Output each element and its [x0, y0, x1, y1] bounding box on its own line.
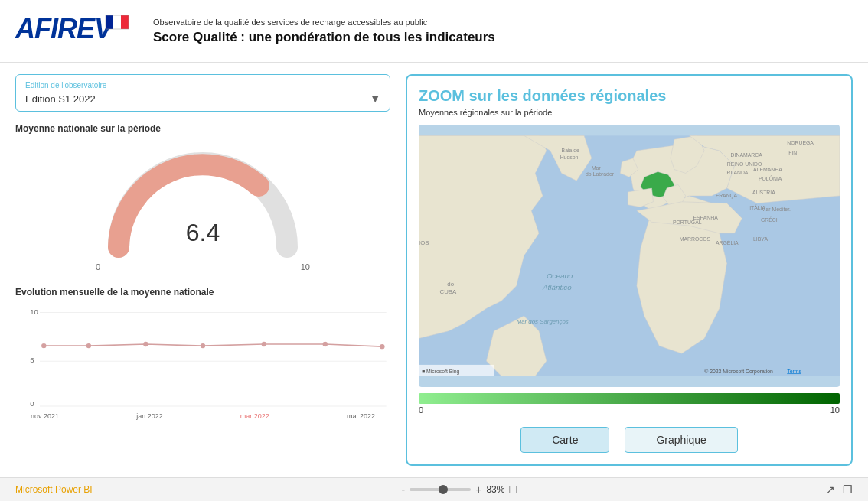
- svg-text:REINO UNIDO: REINO UNIDO: [727, 161, 762, 167]
- svg-text:do: do: [447, 281, 454, 288]
- zoom-slider-thumb: [439, 485, 448, 494]
- gauge-container: 6.4: [96, 140, 310, 262]
- svg-text:DINAMARCA: DINAMARCA: [731, 152, 763, 158]
- left-panel: Edition de l'observatoire Edition S1 202…: [15, 74, 390, 466]
- svg-text:do Labrador: do Labrador: [586, 171, 615, 177]
- x-label-4: mai 2022: [347, 412, 375, 420]
- svg-text:■ Microsoft Bing: ■ Microsoft Bing: [422, 369, 460, 375]
- svg-rect-3: [121, 15, 129, 29]
- header-subtitle: Observatoire de la qualité des services …: [153, 18, 495, 27]
- footer: Microsoft Power BI - + 83% □ ↗ ❐: [0, 477, 868, 501]
- gauge-min: 0: [96, 262, 100, 272]
- x-label-3: mar 2022: [240, 412, 269, 420]
- share-icon[interactable]: ↗: [826, 483, 835, 496]
- expand-icon[interactable]: ❐: [843, 483, 853, 496]
- scale-bar: [419, 393, 840, 404]
- svg-text:Terms: Terms: [787, 369, 801, 374]
- scale-max: 10: [830, 405, 840, 415]
- svg-rect-2: [113, 15, 121, 29]
- svg-text:10: 10: [30, 307, 38, 316]
- logo-text: AFIREV: [15, 28, 134, 52]
- zoom-minus-button[interactable]: -: [402, 483, 406, 496]
- graphique-button[interactable]: Graphique: [625, 427, 737, 453]
- gauge-value: 6.4: [186, 219, 220, 247]
- header-title: Score Qualité : une pondération de tous …: [153, 30, 495, 45]
- svg-text:NORUEGA: NORUEGA: [787, 140, 814, 145]
- button-row: Carte Graphique: [419, 427, 840, 453]
- body-area: Edition de l'observatoire Edition S1 202…: [0, 63, 868, 477]
- svg-point-15: [262, 342, 266, 346]
- edition-section[interactable]: Edition de l'observatoire Edition S1 202…: [15, 74, 390, 112]
- svg-text:IOS: IOS: [419, 239, 429, 246]
- svg-text:Mar: Mar: [592, 165, 602, 171]
- zoom-level: 83%: [486, 484, 504, 495]
- svg-text:IRLANDA: IRLANDA: [726, 170, 749, 175]
- gauge-title: Moyenne nationale sur la période: [15, 123, 390, 134]
- svg-text:MARROCOS: MARROCOS: [680, 236, 711, 242]
- svg-text:PORTUGAL: PORTUGAL: [673, 220, 702, 225]
- svg-text:Atlântico: Atlântico: [542, 283, 572, 291]
- svg-point-17: [380, 344, 384, 349]
- svg-text:Mar Mediter.: Mar Mediter.: [762, 207, 791, 212]
- svg-text:POLÔNIA: POLÔNIA: [759, 175, 782, 181]
- edition-dropdown[interactable]: Edition S1 2022 ▼: [25, 93, 380, 105]
- chart-area: 10 5 0: [15, 304, 390, 411]
- zoom-plus-button[interactable]: +: [475, 483, 481, 496]
- evolution-title: Evolution mensuelle de la moyenne nation…: [15, 287, 390, 298]
- header: AFIREV Observatoire de la qualité des se…: [0, 0, 868, 63]
- zoom-slider[interactable]: [410, 488, 471, 491]
- footer-icons: ↗ ❐: [826, 483, 853, 496]
- svg-text:AUSTRIA: AUSTRIA: [752, 190, 775, 195]
- svg-point-14: [201, 343, 205, 348]
- svg-text:Mar dos Sargenços: Mar dos Sargenços: [517, 318, 569, 325]
- scale-labels: 0 10: [419, 405, 840, 415]
- logo: AFIREV: [15, 9, 138, 53]
- svg-point-11: [41, 343, 46, 348]
- x-label-1: nov 2021: [31, 412, 59, 420]
- power-bi-link[interactable]: Microsoft Power BI: [15, 484, 93, 495]
- svg-point-12: [86, 343, 91, 348]
- svg-text:ARGÉLIA: ARGÉLIA: [716, 239, 739, 246]
- zoom-subtitle: Moyennes régionales sur la période: [419, 108, 840, 117]
- svg-text:5: 5: [30, 356, 34, 364]
- svg-text:© 2023 Microsoft Corporation: © 2023 Microsoft Corporation: [704, 369, 773, 375]
- svg-text:Hudson: Hudson: [560, 155, 579, 160]
- svg-text:FIN: FIN: [788, 150, 797, 155]
- x-label-2: jan 2022: [136, 412, 163, 420]
- map-container: Oceano Atlântico Mar dos Sargenços Baia …: [419, 125, 840, 387]
- map-svg: Oceano Atlântico Mar dos Sargenços Baia …: [419, 125, 840, 387]
- svg-text:LIBYA: LIBYA: [753, 236, 768, 242]
- gauge-max: 10: [301, 262, 310, 272]
- evolution-section: Evolution mensuelle de la moyenne nation…: [15, 283, 390, 424]
- svg-point-13: [143, 342, 148, 346]
- right-panel: ZOOM sur les données régionales Moyennes…: [406, 74, 853, 466]
- edition-label: Edition de l'observatoire: [25, 81, 380, 89]
- svg-rect-1: [106, 15, 113, 29]
- svg-text:CUBA: CUBA: [440, 288, 458, 295]
- scale-bar-section: 0 10: [419, 393, 840, 415]
- x-axis-labels: nov 2021 jan 2022 mar 2022 mai 2022: [15, 412, 390, 420]
- svg-text:Baia de: Baia de: [562, 148, 579, 153]
- svg-text:ALEMANHA: ALEMANHA: [753, 168, 782, 173]
- header-text: Observatoire de la qualité des services …: [153, 18, 495, 45]
- svg-text:AFIREV: AFIREV: [15, 13, 115, 44]
- svg-text:Oceano: Oceano: [547, 272, 573, 280]
- svg-text:0: 0: [30, 399, 34, 408]
- gauge-labels: 0 10: [96, 262, 310, 272]
- svg-point-16: [323, 342, 328, 346]
- edition-value: Edition S1 2022: [25, 93, 96, 105]
- chart-svg: 10 5 0: [15, 304, 390, 411]
- svg-text:GRÉCI: GRÉCI: [761, 216, 778, 223]
- zoom-title: ZOOM sur les données régionales: [419, 87, 840, 105]
- chevron-down-icon: ▼: [370, 93, 380, 105]
- gauge-section: Moyenne nationale sur la période 6.4 0 1…: [15, 119, 390, 275]
- scale-min: 0: [419, 405, 423, 415]
- svg-text:FRANÇA: FRANÇA: [716, 193, 738, 199]
- fit-page-icon[interactable]: □: [509, 483, 517, 496]
- carte-button[interactable]: Carte: [520, 427, 609, 453]
- zoom-controls: - + 83% □: [402, 483, 517, 496]
